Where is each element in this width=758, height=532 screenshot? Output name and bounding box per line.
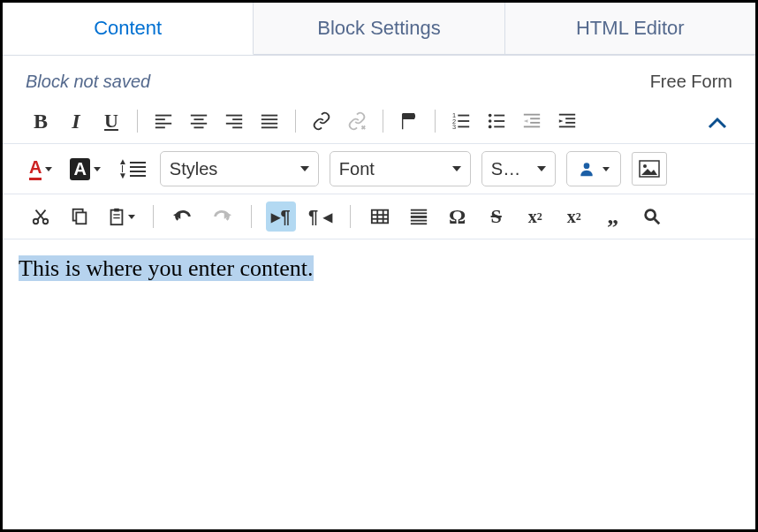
find-button[interactable]	[637, 201, 667, 232]
svg-rect-51	[114, 209, 119, 212]
separator	[153, 205, 154, 228]
line-height-button[interactable]: ▲▼	[115, 154, 149, 184]
tab-block-settings[interactable]: Block Settings	[254, 3, 504, 55]
svg-rect-64	[411, 220, 427, 222]
svg-rect-33	[524, 126, 540, 128]
flag-anchor-button[interactable]	[394, 106, 424, 136]
align-left-button[interactable]	[148, 106, 178, 136]
unordered-list-button[interactable]	[481, 106, 512, 136]
outdent-button[interactable]	[517, 106, 547, 136]
svg-point-25	[489, 119, 492, 123]
text-color-button[interactable]: A	[26, 154, 56, 184]
subscript-button[interactable]: x2	[520, 201, 550, 232]
svg-rect-62	[411, 212, 427, 214]
superscript-button[interactable]: x2	[559, 201, 589, 232]
table-button[interactable]	[365, 201, 395, 232]
svg-rect-9	[232, 118, 242, 120]
link-button[interactable]	[307, 106, 337, 136]
copy-button[interactable]	[64, 201, 95, 232]
svg-rect-13	[262, 118, 277, 120]
toolbar-row-1: B I U 123	[3, 99, 755, 144]
horizontal-rule-button[interactable]	[404, 201, 434, 232]
special-char-button[interactable]: Ω	[443, 201, 473, 232]
svg-rect-53	[113, 217, 119, 218]
separator	[295, 110, 296, 133]
svg-line-47	[36, 210, 44, 220]
chevron-down-icon	[452, 166, 461, 171]
separator	[251, 205, 252, 228]
underline-button[interactable]: U	[96, 106, 126, 136]
personalization-button[interactable]	[566, 151, 621, 186]
collapse-toolbar-button[interactable]	[697, 108, 738, 135]
separator	[435, 110, 436, 133]
chevron-down-icon	[300, 166, 309, 171]
svg-rect-65	[411, 223, 427, 224]
ordered-list-button[interactable]: 123	[446, 106, 476, 136]
italic-button[interactable]: I	[61, 106, 91, 136]
svg-rect-27	[494, 115, 504, 117]
svg-rect-63	[411, 216, 427, 218]
bold-button[interactable]: B	[26, 106, 56, 136]
superscript-n: 2	[576, 210, 581, 224]
strikethrough-button[interactable]: S	[481, 201, 512, 232]
svg-rect-31	[530, 118, 540, 119]
font-dropdown[interactable]: Font	[330, 151, 471, 186]
insert-image-button[interactable]	[632, 152, 667, 186]
svg-rect-6	[191, 123, 207, 125]
svg-rect-10	[226, 123, 242, 125]
svg-marker-34	[524, 119, 528, 123]
rtl-button[interactable]: ¶ ◂	[305, 201, 336, 232]
svg-rect-1	[155, 118, 165, 120]
chevron-down-icon	[537, 166, 546, 171]
subscript-x: x	[528, 207, 537, 227]
toolbar-row-2: A A ▲▼ Styles Font S…	[3, 144, 755, 194]
svg-point-40	[583, 163, 589, 169]
background-color-button[interactable]: A	[66, 154, 103, 184]
cut-button[interactable]	[26, 201, 56, 232]
toolbar-row-3: ▸¶ ¶ ◂ Ω S x2 x2 „	[3, 194, 755, 239]
redo-button[interactable]	[207, 201, 237, 232]
svg-rect-49	[76, 212, 86, 224]
indent-button[interactable]	[552, 106, 582, 136]
svg-point-42	[643, 164, 647, 168]
svg-rect-7	[194, 126, 204, 128]
undo-button[interactable]	[168, 201, 198, 232]
svg-rect-12	[262, 115, 277, 117]
svg-rect-35	[559, 114, 575, 116]
selected-content-text: This is where you enter content.	[19, 255, 314, 281]
svg-rect-38	[559, 126, 575, 128]
separator	[350, 205, 351, 228]
separator	[383, 110, 383, 133]
unlink-button[interactable]	[342, 106, 372, 136]
align-justify-button[interactable]	[254, 106, 284, 136]
svg-rect-56	[372, 210, 388, 224]
svg-text:3: 3	[452, 123, 456, 131]
superscript-x: x	[567, 207, 576, 227]
paste-button[interactable]	[103, 201, 139, 232]
svg-rect-0	[155, 115, 171, 117]
block-type-label: Free Form	[650, 72, 732, 92]
tab-html-editor[interactable]: HTML Editor	[505, 3, 755, 55]
align-right-button[interactable]	[219, 106, 249, 136]
svg-marker-39	[559, 119, 564, 123]
size-dropdown[interactable]: S…	[481, 151, 556, 186]
svg-rect-11	[232, 126, 242, 128]
content-editor[interactable]: This is where you enter content.	[3, 239, 755, 416]
svg-rect-5	[194, 118, 204, 120]
svg-rect-52	[113, 214, 119, 215]
blockquote-button[interactable]: „	[598, 201, 628, 232]
styles-label: Styles	[170, 159, 217, 179]
align-center-button[interactable]	[184, 106, 214, 136]
svg-rect-61	[411, 209, 427, 211]
tab-content[interactable]: Content	[3, 3, 254, 55]
ltr-button[interactable]: ▸¶	[266, 201, 296, 232]
svg-point-66	[645, 210, 655, 220]
svg-point-26	[489, 125, 492, 129]
styles-dropdown[interactable]: Styles	[160, 151, 319, 186]
svg-rect-21	[458, 115, 469, 117]
svg-rect-2	[155, 123, 171, 125]
svg-line-46	[37, 210, 45, 220]
subscript-n: 2	[537, 210, 542, 224]
svg-rect-14	[262, 123, 277, 125]
svg-rect-3	[155, 126, 165, 128]
